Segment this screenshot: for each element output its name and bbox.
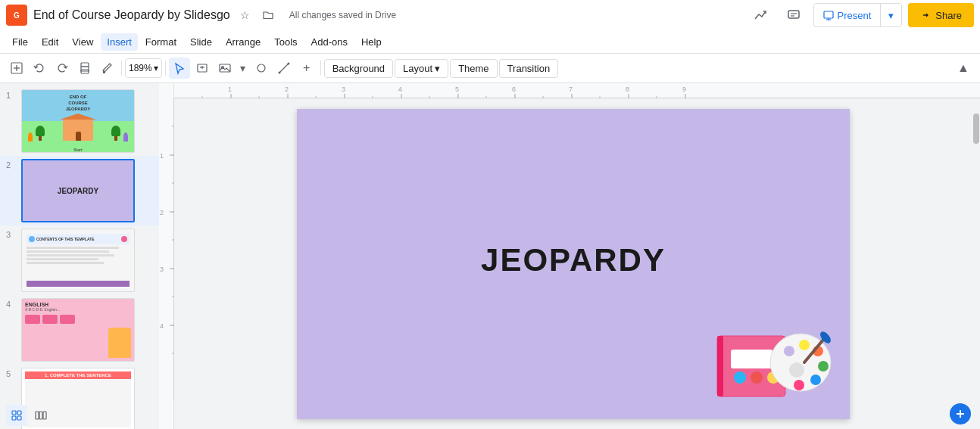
svg-rect-2 [788,11,799,18]
slide-item-2[interactable]: 2 JEOPARDY [0,156,159,225]
svg-point-87 [789,362,804,378]
filmstrip-view-btn[interactable] [30,405,51,426]
separator-3 [320,61,321,76]
separator-2 [165,61,166,76]
svg-text:1: 1 [160,152,164,160]
present-label: Present [837,10,871,21]
svg-text:5: 5 [455,85,459,93]
zoom-control[interactable]: 189% ▾ [125,58,162,78]
folder-icon[interactable] [259,6,277,24]
svg-point-77 [734,371,746,384]
image-icon[interactable] [214,58,236,79]
main-area: 1 [0,83,980,429]
svg-point-23 [287,63,289,65]
image-dropdown-icon[interactable]: ▾ [237,58,249,79]
menu-addons[interactable]: Add-ons [305,33,354,51]
share-label: Share [935,10,962,21]
slide-thumb-3: CONTENTS OF THIS TEMPLATE [21,228,135,292]
autosave-status[interactable]: All changes saved in Drive [289,10,396,20]
select-tool-icon[interactable] [169,58,190,79]
vertical-scrollbar[interactable] [972,98,980,429]
menu-arrange[interactable]: Arrange [220,33,267,51]
slide-number-5: 5 [6,368,17,378]
svg-rect-26 [12,416,16,420]
layout-label: Layout [403,63,432,74]
svg-point-22 [278,72,280,74]
star-icon[interactable]: ☆ [236,6,254,24]
menu-view[interactable]: View [66,33,99,51]
present-button[interactable]: Present ▾ [813,3,902,27]
slide-item-3[interactable]: 3 CONTENTS OF THIS TEMPLATE [0,225,159,295]
add-slide-fab[interactable] [950,403,971,424]
slide-thumb-1: END OFCOURSEJEOPARDY Start [21,89,135,153]
share-button[interactable]: Share [908,3,974,27]
toolbar-right: ▲ [953,58,974,79]
svg-text:4: 4 [398,85,402,93]
separator-1 [121,61,122,76]
slide-canvas[interactable]: JEOPARDY [297,109,850,419]
svg-rect-14 [103,71,105,73]
ruler-vertical: 1 2 3 4 [159,98,174,429]
svg-rect-12 [81,63,89,67]
redo-icon[interactable] [51,58,73,79]
svg-rect-76 [731,350,772,368]
svg-text:8: 8 [626,85,629,93]
svg-text:2: 2 [285,85,289,93]
svg-point-20 [257,64,265,72]
menu-file[interactable]: File [6,33,34,51]
zoom-value: 189% [129,63,152,73]
svg-text:2: 2 [160,209,164,216]
svg-point-84 [818,361,829,371]
ruler-top: 1 2 3 4 5 6 7 8 9 [159,83,980,98]
slide-main-title: JEOPARDY [481,242,666,278]
slide-number-1: 1 [6,89,17,100]
menu-tools[interactable]: Tools [268,33,303,51]
grid-view-btn[interactable] [6,405,27,426]
zoom-dropdown-icon: ▾ [154,63,158,73]
title-bar: G End of Course Jeopardy by Slidesgo ☆ A… [0,0,980,30]
slide-number-3: 3 [6,228,17,239]
slide-item-1[interactable]: 1 [0,86,159,156]
view-buttons [6,405,51,426]
menu-insert[interactable]: Insert [101,33,138,51]
svg-text:G: G [14,11,20,20]
svg-text:3: 3 [160,266,164,273]
document-title: End of Course Jeopardy by Slidesgo [33,8,230,22]
svg-point-78 [751,371,763,384]
slide-item-4[interactable]: 4 ENGLISH A·B·C·D·E: English... [0,295,159,365]
text-box-icon[interactable] [192,58,213,79]
menu-help[interactable]: Help [355,33,388,51]
print-icon[interactable] [74,58,95,79]
toolbar: 189% ▾ ▾ [0,53,980,83]
slide-2-title-mini: JEOPARDY [58,187,98,195]
theme-button[interactable]: Theme [450,59,497,78]
svg-text:4: 4 [160,322,164,330]
analytics-icon[interactable] [747,2,774,29]
more-tools-icon[interactable]: + [296,58,317,79]
title-icons: ☆ [236,6,277,24]
transition-button[interactable]: Transition [499,59,559,78]
svg-rect-28 [36,412,39,419]
slide-number-2: 2 [6,159,17,169]
app-icon: G [6,5,27,26]
shapes-icon[interactable] [251,58,272,79]
add-slide-toolbar-btn[interactable] [6,58,27,79]
comment-icon[interactable] [780,2,807,29]
background-button[interactable]: Background [324,59,393,78]
menu-format[interactable]: Format [139,33,183,51]
svg-rect-29 [39,412,42,419]
menu-edit[interactable]: Edit [36,33,64,51]
menu-slide[interactable]: Slide [184,33,218,51]
paint-format-icon[interactable] [97,58,118,79]
collapse-toolbar-icon[interactable]: ▲ [953,58,974,79]
svg-text:1: 1 [228,85,232,93]
present-dropdown-icon[interactable]: ▾ [880,4,901,26]
undo-icon[interactable] [29,58,50,79]
svg-point-86 [794,380,804,390]
layout-button[interactable]: Layout ▾ [395,59,448,78]
line-icon[interactable] [273,58,295,79]
svg-rect-25 [17,411,21,415]
menu-bar: File Edit View Insert Format Slide Arran… [0,30,980,53]
svg-text:3: 3 [342,85,345,93]
svg-rect-5 [824,11,833,18]
